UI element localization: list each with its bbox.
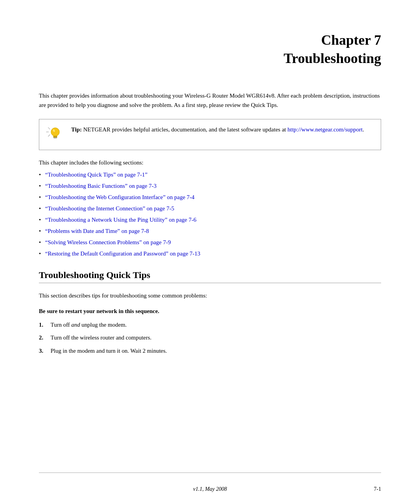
section-heading: Troubleshooting Quick Tips [39, 270, 381, 283]
list-item: 3. Plug in the modem and turn it on. Wai… [39, 346, 381, 356]
tip-content: Tip: NETGEAR provides helpful articles, … [71, 125, 364, 134]
list-item[interactable]: “Troubleshooting the Web Configuration I… [39, 192, 381, 202]
list-item[interactable]: “Troubleshooting Quick Tips” on page 7-1… [39, 170, 381, 179]
chapter-label: Chapter 7 [321, 32, 381, 48]
toc-link-6[interactable]: “Problems with Date and Time” on page 7-… [45, 228, 149, 234]
toc-link-1[interactable]: “Troubleshooting Quick Tips” on page 7-1… [45, 172, 147, 178]
toc-list: “Troubleshooting Quick Tips” on page 7-1… [39, 170, 381, 258]
list-item[interactable]: “Troubleshooting Basic Functions” on pag… [39, 181, 381, 191]
footer: v1.1, May 2008 7-1 [39, 486, 381, 492]
page-container: Chapter 7 Troubleshooting This chapter p… [0, 0, 420, 504]
svg-line-0 [48, 127, 50, 129]
section-description: This section describes tips for troubles… [39, 291, 381, 300]
toc-link-5[interactable]: “Troubleshooting a Network Using the Pin… [45, 217, 196, 223]
sub-heading: Be sure to restart your network in this … [39, 308, 381, 315]
toc-link-4[interactable]: “Troubleshooting the Internet Connection… [45, 205, 174, 212]
intro-paragraph: This chapter provides information about … [39, 91, 381, 110]
list-item: 2. Turn off the wireless router and comp… [39, 333, 381, 343]
list-item[interactable]: “Troubleshooting a Network Using the Pin… [39, 215, 381, 224]
chapter-title: Chapter 7 Troubleshooting [39, 31, 381, 68]
tip-label: Tip: [71, 126, 82, 133]
list-item[interactable]: “Restoring the Default Configuration and… [39, 249, 381, 258]
tip-link[interactable]: http://www.netgear.com/support [287, 126, 362, 133]
tip-box: Tip: NETGEAR provides helpful articles, … [39, 119, 381, 150]
footer-version: v1.1, May 2008 [193, 486, 227, 492]
list-item[interactable]: “Problems with Date and Time” on page 7-… [39, 226, 381, 236]
lightbulb-icon [46, 125, 65, 144]
svg-line-2 [48, 135, 50, 136]
toc-intro: This chapter includes the following sect… [39, 159, 381, 166]
steps-list: 1. Turn off and unplug the modem. 2. Tur… [39, 320, 381, 356]
list-item[interactable]: “Solving Wireless Connection Problems” o… [39, 238, 381, 247]
footer-line [39, 472, 381, 473]
chapter-name: Troubleshooting [284, 51, 381, 66]
toc-link-2[interactable]: “Troubleshooting Basic Functions” on pag… [45, 183, 157, 189]
list-item: 1. Turn off and unplug the modem. [39, 320, 381, 330]
svg-point-3 [51, 128, 60, 136]
toc-link-7[interactable]: “Solving Wireless Connection Problems” o… [45, 239, 171, 245]
toc-link-8[interactable]: “Restoring the Default Configuration and… [45, 250, 200, 257]
svg-rect-6 [54, 138, 57, 138]
list-item[interactable]: “Troubleshooting the Internet Connection… [39, 204, 381, 213]
chapter-header: Chapter 7 Troubleshooting [39, 31, 381, 68]
footer-page: 7-1 [374, 486, 381, 492]
toc-link-3[interactable]: “Troubleshooting the Web Configuration I… [45, 194, 194, 200]
